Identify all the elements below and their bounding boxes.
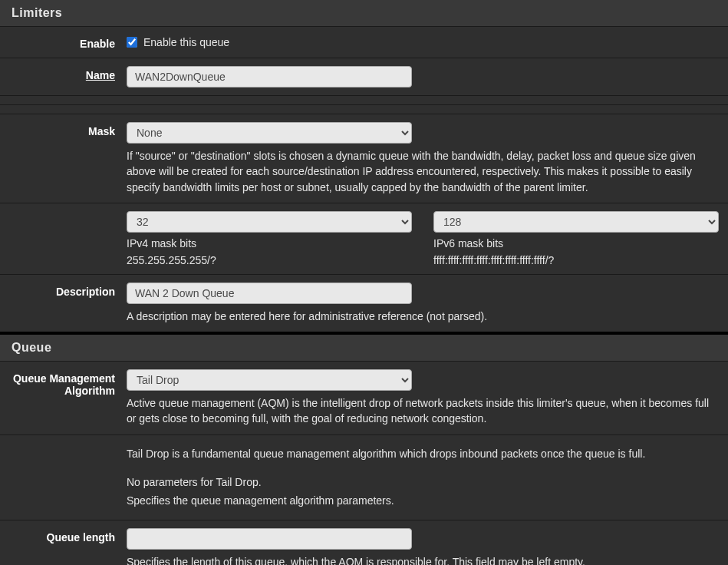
- ipv6-bits-label: IPv6 mask bits: [433, 237, 719, 249]
- spacer: [0, 104, 728, 114]
- row-description: Description A description may be entered…: [0, 274, 728, 332]
- queue-panel-title: Queue: [0, 335, 728, 361]
- ipv6-bits-select[interactable]: 128: [433, 211, 719, 233]
- enable-checkbox-label: Enable this queue: [143, 36, 229, 48]
- row-enable: Enable Enable this queue: [0, 26, 728, 58]
- qlen-help: Specifies the length of this queue, whic…: [127, 554, 710, 565]
- description-help: A description may be entered here for ad…: [127, 309, 710, 324]
- qma-params: No parameters for Tail Drop. Specifies t…: [0, 464, 728, 520]
- row-mask-bits: 32 IPv4 mask bits 255.255.255.255/? 128 …: [0, 203, 728, 274]
- qma-select[interactable]: Tail Drop: [127, 369, 412, 391]
- row-qma: Queue Management Algorithm Tail Drop Act…: [0, 361, 728, 434]
- ipv4-bits-select[interactable]: 32: [127, 211, 412, 233]
- qlen-input[interactable]: [127, 528, 412, 550]
- qma-params-none: No parameters for Tail Drop.: [127, 474, 716, 492]
- limiters-panel: Limiters Enable Enable this queue Name M…: [0, 0, 728, 332]
- mask-help: If "source" or "destination" slots is ch…: [127, 148, 710, 195]
- mask-select[interactable]: None: [127, 122, 412, 144]
- label-mask-bits: [0, 211, 127, 214]
- label-name: Name: [0, 66, 127, 81]
- label-enable: Enable: [0, 35, 127, 50]
- row-mask: Mask None If "source" or "destination" s…: [0, 114, 728, 203]
- name-input[interactable]: [127, 66, 412, 88]
- limiters-panel-title: Limiters: [0, 0, 728, 26]
- queue-panel: Queue Queue Management Algorithm Tail Dr…: [0, 335, 728, 565]
- enable-checkbox[interactable]: [127, 37, 137, 48]
- label-description: Description: [0, 282, 127, 298]
- label-qma: Queue Management Algorithm: [0, 369, 127, 397]
- description-input[interactable]: [127, 282, 412, 304]
- ipv4-bits-sub: 255.255.255.255/?: [127, 254, 412, 266]
- row-name: Name: [0, 58, 728, 95]
- label-qlen: Queue length: [0, 528, 127, 544]
- ipv4-bits-label: IPv4 mask bits: [127, 237, 412, 249]
- enable-checkbox-wrap[interactable]: Enable this queue: [127, 35, 716, 48]
- row-qlen: Queue length Specifies the length of thi…: [0, 520, 728, 565]
- qma-help: Active queue management (AQM) is the int…: [127, 395, 710, 427]
- qma-params-help: Specifies the queue management algorithm…: [127, 492, 716, 510]
- ipv6-bits-sub: ffff:ffff:ffff:ffff:ffff:ffff:ffff:ffff/…: [433, 254, 719, 266]
- label-mask: Mask: [0, 122, 127, 137]
- spacer: [0, 95, 728, 104]
- qma-body1: Tail Drop is a fundamental queue managem…: [0, 434, 728, 464]
